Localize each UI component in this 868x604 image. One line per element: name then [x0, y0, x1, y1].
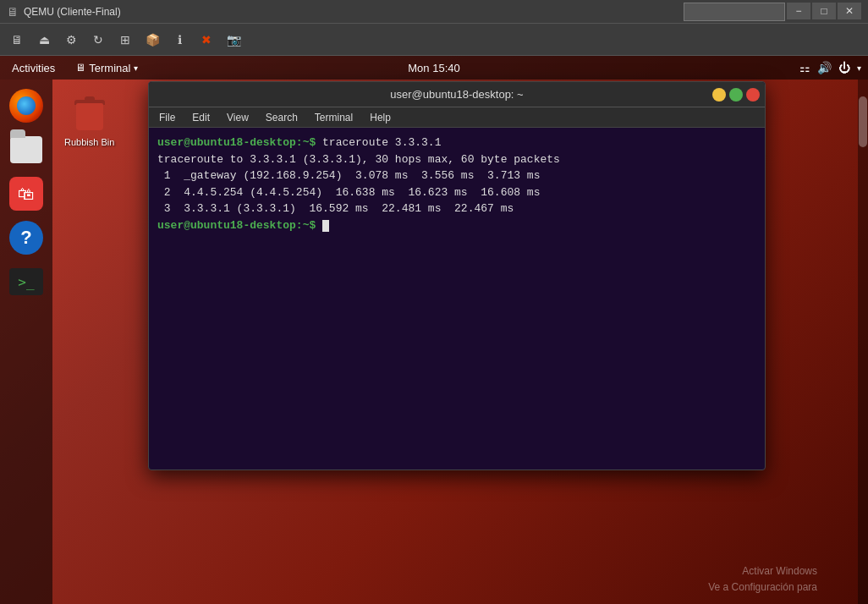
qemu-titlebar: 🖥 QEMU (Cliente-Final) − □ ✕ [0, 0, 868, 24]
files-icon-shape [10, 136, 42, 163]
help-icon-shape: ? [9, 221, 43, 255]
terminal-menu-label: Terminal [89, 62, 130, 74]
terminal-close-button[interactable] [746, 88, 760, 102]
terminal-output-1: traceroute to 3.3.3.1 (3.3.3.1), 30 hops… [157, 151, 756, 168]
ubuntu-topbar-right: ⚏ 🔊 ⏻ ▾ [799, 61, 868, 74]
terminal-content[interactable]: user@ubuntu18-desktop:~$ traceroute 3.3.… [149, 128, 765, 469]
qemu-info-button[interactable]: ℹ [168, 29, 191, 51]
ubuntu-activities-button[interactable]: Activities [0, 56, 67, 80]
qemu-refresh-button[interactable]: ↻ [86, 29, 110, 51]
terminal-cmd-1: traceroute 3.3.3.1 [322, 136, 441, 149]
qemu-toolbar: 🖥 ⏏ ⚙ ↻ ⊞ 📦 ℹ ✖ 📷 [0, 24, 868, 56]
qemu-stop-button[interactable]: ✖ [195, 29, 218, 51]
qemu-maximize-button[interactable]: □ [812, 3, 836, 19]
volume-icon[interactable]: 🔊 [817, 61, 832, 74]
terminal-menubar: File Edit View Search Terminal Help [149, 107, 765, 128]
qemu-window: 🖥 QEMU (Cliente-Final) − □ ✕ 🖥 ⏏ ⚙ ↻ ⊞ 📦… [0, 0, 868, 604]
terminal-menu-terminal[interactable]: Terminal [311, 110, 356, 125]
ubuntu-dock: 🛍 ? >_ [0, 80, 52, 604]
rubbish-bin-body [74, 96, 105, 130]
rubbish-bin-label: Rubbish Bin [64, 137, 114, 147]
qemu-title-text: QEMU (Cliente-Final) [24, 6, 121, 18]
qemu-screenshot-button[interactable]: 📷 [222, 29, 245, 51]
qemu-eject-button[interactable]: ⏏ [32, 29, 56, 51]
ubuntu-terminal-menu[interactable]: 🖥 Terminal ▾ [67, 62, 146, 74]
ubuntu-clock: Mon 15:40 [408, 62, 459, 74]
firefox-icon-shape [9, 89, 43, 123]
dock-item-files[interactable] [7, 130, 46, 169]
windows-activation-watermark: Activar Windows Ve a Configuración para [708, 563, 817, 596]
terminal-output-3: 2 4.4.5.254 (4.4.5.254) 16.638 ms 16.623… [157, 184, 756, 201]
rubbish-bin-desktop-icon[interactable]: Rubbish Bin [61, 88, 118, 151]
ubuntu-topbar: Activities 🖥 Terminal ▾ Mon 15:40 ⚏ 🔊 ⏻ … [0, 56, 868, 80]
qemu-settings-button[interactable]: ⚙ [59, 29, 83, 51]
activation-line1: Activar Windows [708, 563, 817, 579]
qemu-windows-button[interactable]: ⊞ [113, 29, 137, 51]
terminal-cursor [322, 220, 329, 232]
qemu-minimize-button[interactable]: − [787, 3, 810, 19]
qemu-close-button[interactable]: ✕ [838, 3, 861, 19]
terminal-menu-help[interactable]: Help [366, 110, 394, 125]
terminal-prompt-2: user@ubuntu18-desktop:~$ [157, 219, 316, 232]
rubbish-bin-main [76, 103, 103, 130]
firefox-inner-circle [17, 96, 36, 115]
terminal-line-prompt-empty: user@ubuntu18-desktop:~$ [157, 217, 756, 234]
terminal-output-4: 3 3.3.3.1 (3.3.3.1) 16.592 ms 22.481 ms … [157, 200, 756, 217]
power-icon[interactable]: ⏻ [838, 61, 850, 74]
terminal-window-titlebar: user@ubuntu18-desktop: ~ [149, 82, 765, 107]
dock-item-help[interactable]: ? [7, 218, 46, 257]
terminal-menu-search[interactable]: Search [262, 110, 301, 125]
desktop-scrollbar[interactable] [858, 80, 868, 604]
dock-item-ubuntu-software[interactable]: 🛍 [7, 174, 46, 213]
rubbish-bin-icon [68, 91, 112, 135]
dock-item-terminal[interactable]: >_ [7, 262, 46, 301]
terminal-menu-view[interactable]: View [223, 110, 252, 125]
terminal-menu-edit[interactable]: Edit [189, 110, 213, 125]
qemu-search-input[interactable] [684, 3, 785, 21]
terminal-menu-icon: 🖥 [75, 62, 85, 74]
terminal-output-2: 1 _gateway (192.168.9.254) 3.078 ms 3.55… [157, 167, 756, 184]
terminal-menu-arrow: ▾ [134, 63, 138, 73]
qemu-titlebar-left: 🖥 QEMU (Cliente-Final) [7, 5, 121, 19]
dock-item-firefox[interactable] [7, 86, 46, 125]
terminal-menu-file[interactable]: File [156, 110, 179, 125]
terminal-minimize-button[interactable] [712, 88, 726, 102]
ubuntu-desktop: Activities 🖥 Terminal ▾ Mon 15:40 ⚏ 🔊 ⏻ … [0, 56, 868, 604]
terminal-line-1: user@ubuntu18-desktop:~$ traceroute 3.3.… [157, 135, 756, 151]
qemu-monitor-button[interactable]: 🖥 [5, 29, 29, 51]
activation-line2: Ve a Configuración para [708, 579, 817, 596]
terminal-window-controls [712, 88, 760, 102]
terminal-icon-shape: >_ [9, 268, 43, 295]
terminal-maximize-button[interactable] [729, 88, 743, 102]
terminal-window-title: user@ubuntu18-desktop: ~ [390, 88, 523, 101]
qemu-titlebar-controls: − □ ✕ [684, 3, 861, 21]
terminal-window: user@ubuntu18-desktop: ~ File Edit View … [148, 81, 766, 470]
accessibility-icon[interactable]: ⚏ [799, 61, 810, 74]
qemu-logo-icon: 🖥 [7, 5, 19, 19]
terminal-prompt-1: user@ubuntu18-desktop:~$ [157, 136, 316, 149]
scrollbar-thumb [859, 96, 867, 147]
qemu-usb-button[interactable]: 📦 [140, 29, 164, 51]
ubuntu-software-icon-shape: 🛍 [9, 177, 43, 211]
topbar-arrow-icon[interactable]: ▾ [857, 63, 861, 73]
